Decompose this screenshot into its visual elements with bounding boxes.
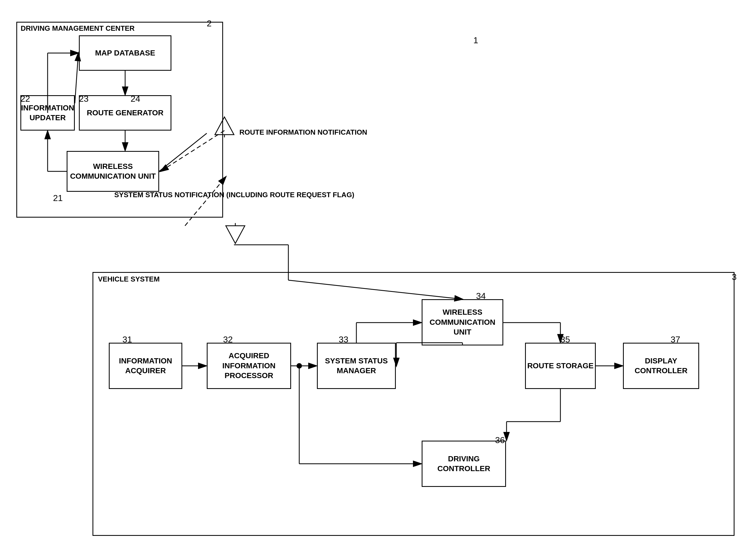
- ref-21: 21: [53, 193, 63, 203]
- map-database-box: MAP DATABASE: [79, 35, 171, 71]
- info-acquirer-box: INFORMATION ACQUIRER: [109, 343, 182, 389]
- ref-24: 24: [131, 94, 140, 104]
- route-storage-box: ROUTE STORAGE: [525, 343, 596, 389]
- ref-31: 31: [122, 335, 132, 345]
- driving-controller-box: DRIVING CONTROLLER: [422, 441, 506, 487]
- ref-36: 36: [495, 435, 505, 445]
- ref-1: 1: [473, 35, 478, 45]
- ref-34: 34: [476, 291, 486, 301]
- ref-33: 33: [339, 335, 348, 345]
- dmc-wireless-box: WIRELESS COMMUNICATION UNIT: [67, 151, 159, 192]
- vehicle-antenna: [224, 223, 246, 245]
- ref-37: 37: [671, 335, 680, 345]
- ssm-box: SYSTEM STATUS MANAGER: [317, 343, 396, 389]
- ref-32: 32: [223, 335, 233, 345]
- display-controller-box: DISPLAY CONTROLLER: [623, 343, 699, 389]
- ref-3: 3: [732, 272, 737, 282]
- ref-2: 2: [207, 18, 212, 29]
- vehicle-outer-box: [92, 272, 735, 536]
- vehicle-wireless-box: WIRELESS COMMUNICATION UNIT: [422, 299, 503, 345]
- dmc-label: DRIVING MANAGEMENT CENTER: [21, 24, 135, 33]
- dmc-antenna: [214, 116, 235, 137]
- acq-info-box: ACQUIRED INFORMATION PROCESSOR: [207, 343, 291, 389]
- ref-23: 23: [79, 94, 89, 104]
- ref-22: 22: [20, 94, 30, 104]
- ref-35: 35: [560, 335, 570, 345]
- route-generator-box: ROUTE GENERATOR: [79, 95, 171, 131]
- diagram: 1 DRIVING MANAGEMENT CENTER 2 MAP DATABA…: [0, 0, 756, 547]
- route-info-label: ROUTE INFORMATION NOTIFICATION: [239, 128, 367, 137]
- vehicle-label: VEHICLE SYSTEM: [98, 275, 160, 284]
- svg-marker-34: [226, 226, 245, 243]
- system-status-label: SYSTEM STATUS NOTIFICATION (INCLUDING RO…: [114, 190, 354, 200]
- svg-marker-32: [215, 117, 234, 135]
